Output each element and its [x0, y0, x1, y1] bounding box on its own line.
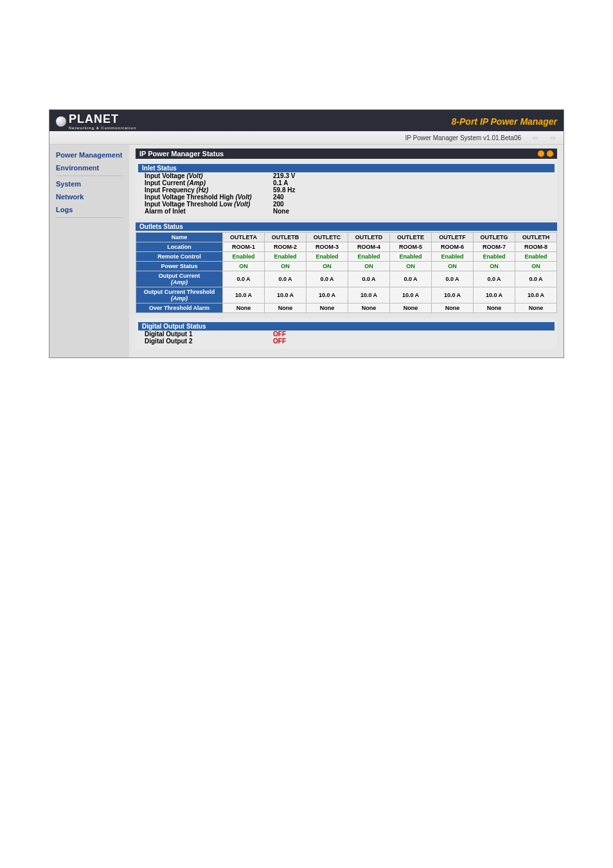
outlet-cell: ROOM-1 — [223, 242, 265, 252]
outlet-row-label: Output Current Threshold(Amp) — [136, 287, 223, 303]
inlet-label: Alarm of Inlet — [138, 208, 273, 215]
outlet-cell: 0.0 A — [306, 271, 348, 287]
outlet-cell: Enabled — [474, 252, 515, 262]
sidebar-item-logs[interactable]: Logs — [49, 203, 129, 216]
outlet-cell: ON — [474, 262, 515, 271]
outlet-row-label: Power Status — [136, 262, 223, 271]
outlet-cell: 10.0 A — [223, 287, 265, 303]
inlet-value: 0.1 A — [273, 179, 350, 186]
inlet-label: Input Voltage Threshold High (Volt) — [138, 194, 273, 201]
outlet-cell: ROOM-8 — [515, 242, 557, 252]
outlet-cell: 10.0 A — [306, 287, 348, 303]
digital-row: Digital Output 2OFF — [138, 338, 555, 345]
outlet-cell: 0.0 A — [474, 271, 515, 287]
outlet-cell: None — [390, 303, 432, 313]
outlet-col-header: OUTLETD — [348, 233, 390, 242]
outlet-cell: 10.0 A — [265, 287, 306, 303]
main-content: IP Power Manager Status Inlet Status Inp… — [129, 145, 564, 357]
outlet-row-label: Name — [136, 233, 223, 242]
outlet-cell: ON — [515, 262, 557, 271]
outlet-cell: Enabled — [306, 252, 348, 262]
outlet-cell: 10.0 A — [390, 287, 432, 303]
tab-stub-1[interactable]: ▭ — [533, 134, 538, 141]
outlet-cell: ON — [306, 262, 348, 271]
outlet-col-header: OUTLETB — [265, 233, 306, 242]
inlet-block: Inlet Status Input Voltage (Volt)219.3 V… — [136, 159, 557, 219]
outlet-cell: 0.0 A — [432, 271, 474, 287]
sidebar-item-environment[interactable]: Environment — [49, 161, 129, 174]
outlet-cell: ON — [348, 262, 390, 271]
outlet-cell: 0.0 A — [390, 271, 432, 287]
outlet-cell: 10.0 A — [474, 287, 515, 303]
outlet-cell: ON — [223, 262, 265, 271]
outlet-cell: ROOM-7 — [474, 242, 515, 252]
outlet-cell: None — [515, 303, 557, 313]
outlet-cell: Enabled — [432, 252, 474, 262]
inlet-label: Input Frequency (Hz) — [138, 186, 273, 194]
outlet-cell: None — [223, 303, 265, 313]
digital-header: Digital Output Status — [138, 322, 555, 330]
inlet-row: Input Voltage Threshold Low (Volt)200 — [138, 201, 555, 208]
outlet-cell: ON — [432, 262, 474, 271]
outlet-row-label: Output Current(Amp) — [136, 271, 223, 287]
outlet-cell: ROOM-3 — [306, 242, 348, 252]
sidebar-item-power-management[interactable]: Power Management — [49, 149, 129, 161]
outlets-header: Outlets Status — [136, 222, 557, 231]
digital-row: Digital Output 1OFF — [138, 330, 555, 338]
logo-globe-icon — [56, 116, 66, 127]
product-title: 8-Port IP Power Manager — [452, 116, 557, 127]
outlet-col-header: OUTLETH — [515, 233, 557, 242]
outlet-cell: 10.0 A — [432, 287, 474, 303]
status-title: IP Power Manager Status — [139, 150, 224, 158]
outlet-cell: None — [348, 303, 390, 313]
outlet-cell: Enabled — [515, 252, 557, 262]
logo-text: PLANET — [69, 113, 119, 125]
sidebar: Power Management Environment System Netw… — [49, 145, 129, 357]
outlets-table: NameOUTLETAOUTLETBOUTLETCOUTLETDOUTLETEO… — [136, 232, 557, 313]
subheader: IP Power Manager System v1.01.Beta06 ▭ ▭ — [49, 131, 564, 145]
outlet-cell: None — [306, 303, 348, 313]
header: PLANET Networking & Communication 8-Port… — [49, 110, 564, 131]
inlet-label: Input Voltage Threshold Low (Volt) — [138, 201, 273, 208]
tab-stub-2[interactable]: ▭ — [550, 134, 556, 141]
outlet-cell: None — [474, 303, 515, 313]
outlet-cell: None — [265, 303, 306, 313]
outlet-row-label: Over Threshold Alarm — [136, 303, 223, 313]
app-window: PLANET Networking & Communication 8-Port… — [49, 109, 564, 358]
outlet-cell: 0.0 A — [223, 271, 265, 287]
outlet-cell: Enabled — [390, 252, 432, 262]
system-version: IP Power Manager System v1.01.Beta06 — [405, 134, 521, 141]
outlet-cell: None — [432, 303, 474, 313]
outlet-col-header: OUTLETE — [390, 233, 432, 242]
outlet-cell: 0.0 A — [348, 271, 390, 287]
inlet-header: Inlet Status — [138, 164, 555, 172]
digital-label: Digital Output 1 — [138, 330, 273, 338]
outlet-cell: 10.0 A — [515, 287, 557, 303]
outlet-col-header: OUTLETA — [223, 233, 265, 242]
inlet-row: Input Voltage Threshold High (Volt)240 — [138, 194, 555, 201]
refresh-icon[interactable] — [538, 150, 544, 157]
inlet-value: 59.8 Hz — [273, 186, 350, 194]
inlet-row: Input Frequency (Hz)59.8 Hz — [138, 186, 555, 194]
outlet-cell: Enabled — [223, 252, 265, 262]
inlet-value: 200 — [273, 201, 350, 208]
outlet-cell: ROOM-6 — [432, 242, 474, 252]
outlet-cell: ON — [265, 262, 306, 271]
digital-value: OFF — [273, 338, 286, 345]
outlet-cell: 10.0 A — [348, 287, 390, 303]
outlet-cell: ROOM-5 — [390, 242, 432, 252]
inlet-row: Alarm of Inlet None — [138, 208, 555, 215]
inlet-label: Input Current (Amp) — [138, 179, 273, 186]
sidebar-item-network[interactable]: Network — [49, 190, 129, 203]
outlet-cell: ROOM-2 — [265, 242, 306, 252]
outlet-row-label: Remote Control — [136, 252, 223, 262]
outlet-col-header: OUTLETG — [474, 233, 515, 242]
outlet-cell: ROOM-4 — [348, 242, 390, 252]
inlet-value: 219.3 V — [273, 172, 350, 179]
outlet-cell: 0.0 A — [515, 271, 557, 287]
inlet-row: Input Voltage (Volt)219.3 V — [138, 172, 555, 179]
sidebar-item-system[interactable]: System — [49, 177, 129, 190]
inlet-value: None — [273, 208, 350, 215]
help-icon[interactable] — [547, 150, 553, 157]
digital-value: OFF — [273, 330, 286, 338]
